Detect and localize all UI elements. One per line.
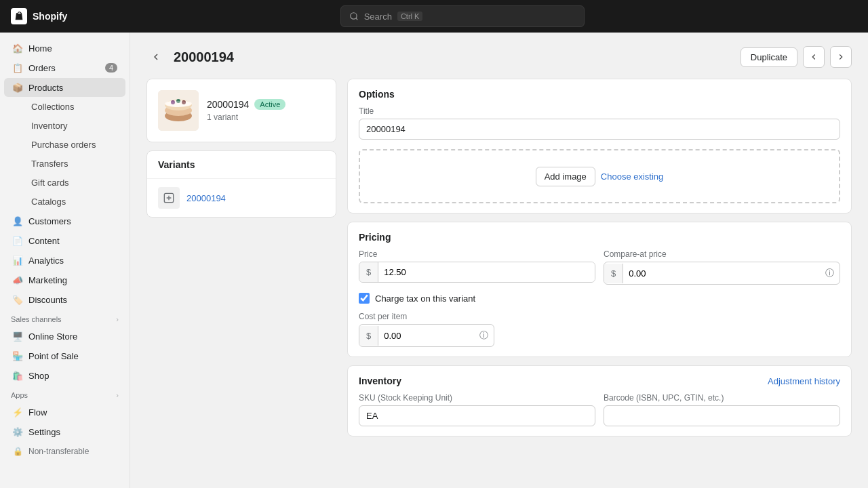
barcode-input[interactable] — [604, 405, 840, 426]
sales-channels-section: Sales channels › — [0, 310, 130, 326]
compare-price-label: Compare-at price — [604, 249, 840, 259]
compare-price-input[interactable] — [623, 264, 820, 283]
search-bar[interactable]: Search Ctrl K — [340, 5, 585, 27]
next-button[interactable] — [830, 46, 852, 68]
pricing-row: Price $ Compare-at price $ ⓘ — [348, 249, 851, 293]
cost-info-icon: ⓘ — [474, 325, 494, 346]
sidebar-item-settings[interactable]: ⚙️ Settings — [4, 422, 125, 441]
add-image-button[interactable]: Add image — [536, 167, 595, 186]
right-column: Options Title Add image Choose existing … — [347, 79, 852, 436]
sidebar-item-point-of-sale[interactable]: 🏪 Point of Sale — [4, 346, 125, 365]
inventory-label: Inventory — [31, 121, 67, 131]
sidebar-item-online-store[interactable]: 🖥️ Online Store — [4, 327, 125, 346]
home-label: Home — [28, 43, 52, 54]
sidebar-item-products[interactable]: 📦 Products — [4, 78, 125, 97]
point-of-sale-label: Point of Sale — [28, 351, 79, 361]
product-name-row: 20000194 Active — [207, 99, 285, 110]
price-field: Price $ — [359, 249, 595, 285]
duplicate-button[interactable]: Duplicate — [741, 47, 797, 67]
layout: 🏠 Home 📋 Orders 4 📦 Products Collections… — [0, 33, 868, 488]
title-label: Title — [359, 106, 840, 116]
sidebar-item-orders[interactable]: 📋 Orders 4 — [4, 58, 125, 77]
content-icon: 📄 — [12, 235, 23, 246]
marketing-icon: 📣 — [12, 274, 23, 285]
sku-label: SKU (Stock Keeping Unit) — [359, 393, 595, 403]
sidebar-item-analytics[interactable]: 📊 Analytics — [4, 251, 125, 270]
orders-label: Orders — [28, 63, 56, 73]
search-placeholder: Search — [364, 12, 392, 22]
compare-price-input-wrapper: $ ⓘ — [604, 262, 840, 285]
title-input[interactable] — [359, 119, 840, 140]
product-card: 20000194 Active 1 variant — [146, 79, 336, 142]
apps-expand-icon[interactable]: › — [116, 391, 119, 399]
page-header-right: Duplicate — [741, 46, 852, 68]
choose-existing-button[interactable]: Choose existing — [601, 171, 664, 182]
orders-badge: 4 — [105, 63, 117, 73]
sidebar-item-inventory[interactable]: Inventory — [23, 117, 125, 135]
sidebar-item-discounts[interactable]: 🏷️ Discounts — [4, 290, 125, 309]
sidebar-item-gift-cards[interactable]: Gift cards — [23, 174, 125, 192]
main-content: 20000194 Duplicate — [130, 33, 868, 488]
variants-header: Variants — [147, 151, 336, 179]
page-header-left: 20000194 — [146, 47, 234, 66]
price-input-wrapper: $ — [359, 262, 595, 283]
sidebar: 🏠 Home 📋 Orders 4 📦 Products Collections… — [0, 33, 130, 488]
sidebar-item-transfers[interactable]: Transfers — [23, 155, 125, 173]
shop-icon: 🛍️ — [12, 370, 23, 381]
variant-row: 20000194 — [147, 179, 336, 217]
content-label: Content — [28, 236, 60, 246]
expand-icon[interactable]: › — [116, 315, 119, 323]
topbar: shopify Search Ctrl K — [0, 0, 868, 33]
pricing-card: Pricing Price $ Compare-at price — [347, 222, 852, 357]
shopify-bag-icon — [11, 8, 27, 24]
transfers-label: Transfers — [31, 159, 68, 169]
sidebar-item-flow[interactable]: ⚡ Flow — [4, 403, 125, 422]
back-button[interactable] — [146, 47, 165, 66]
shopify-logo: shopify — [11, 8, 67, 24]
search-shortcut: Ctrl K — [397, 12, 423, 21]
options-title: Options — [348, 79, 851, 106]
barcode-label: Barcode (ISBN, UPC, GTIN, etc.) — [604, 393, 840, 403]
sku-input[interactable] — [359, 405, 595, 426]
product-image — [158, 90, 199, 131]
charge-tax-label[interactable]: Charge tax on this variant — [375, 293, 475, 304]
adjustment-history-link[interactable]: Adjustment history — [768, 376, 840, 386]
apps-section: Apps › — [0, 386, 130, 402]
sidebar-item-home[interactable]: 🏠 Home — [4, 39, 125, 58]
compare-price-field: Compare-at price $ ⓘ — [604, 249, 840, 285]
sidebar-item-non-transferable[interactable]: 🔒 Non-transferable — [4, 442, 125, 461]
svg-point-0 — [350, 13, 356, 19]
collections-label: Collections — [31, 102, 75, 112]
sidebar-item-content[interactable]: 📄 Content — [4, 231, 125, 250]
product-info: 20000194 Active 1 variant — [207, 99, 285, 122]
product-name-text: 20000194 — [207, 99, 249, 110]
variants-card: Variants 20000194 — [146, 150, 336, 218]
marketing-label: Marketing — [28, 275, 67, 285]
compare-info-icon: ⓘ — [820, 262, 840, 284]
flow-label: Flow — [28, 407, 47, 418]
sidebar-item-collections[interactable]: Collections — [23, 98, 125, 116]
sidebar-item-purchase-orders[interactable]: Purchase orders — [23, 136, 125, 154]
charge-tax-checkbox[interactable] — [359, 293, 370, 304]
customers-icon: 👤 — [12, 216, 23, 226]
cost-input[interactable] — [378, 326, 474, 346]
product-thumbnail — [158, 90, 199, 131]
variant-link[interactable]: 20000194 — [186, 193, 226, 203]
sidebar-item-customers[interactable]: 👤 Customers — [4, 211, 125, 230]
charge-tax-row: Charge tax on this variant — [348, 293, 851, 312]
non-transferable-label: Non-transferable — [28, 447, 89, 456]
discounts-icon: 🏷️ — [12, 294, 23, 305]
sidebar-item-marketing[interactable]: 📣 Marketing — [4, 270, 125, 289]
svg-line-1 — [355, 18, 357, 20]
price-input[interactable] — [378, 262, 595, 282]
customers-label: Customers — [28, 216, 71, 226]
price-currency: $ — [359, 262, 378, 282]
pos-icon: 🏪 — [12, 350, 23, 361]
sidebar-item-shop[interactable]: 🛍️ Shop — [4, 366, 125, 385]
purchase-orders-label: Purchase orders — [31, 140, 96, 150]
barcode-field: Barcode (ISBN, UPC, GTIN, etc.) — [604, 393, 840, 426]
prev-button[interactable] — [803, 46, 825, 68]
online-store-label: Online Store — [28, 331, 77, 342]
sidebar-item-catalogs[interactable]: Catalogs — [23, 192, 125, 211]
products-icon: 📦 — [12, 82, 23, 93]
